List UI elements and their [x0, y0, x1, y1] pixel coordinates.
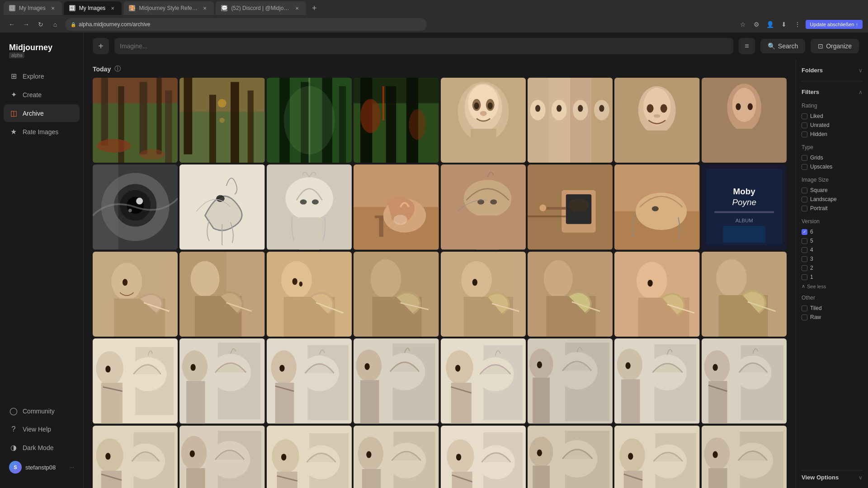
filter-v5[interactable]: 5 — [802, 236, 863, 245]
sidebar-item-dark-mode[interactable]: ◑ Dark Mode — [4, 439, 80, 456]
tab-my-images-1[interactable]: 🖼 My Images ✕ — [4, 1, 62, 15]
filter-liked[interactable]: Liked — [802, 112, 863, 121]
square-checkbox[interactable] — [802, 188, 807, 193]
filter-upscales[interactable]: Upscales — [802, 162, 863, 171]
profile-icon[interactable]: 👤 — [765, 19, 776, 30]
tab-close-1[interactable]: ✕ — [49, 5, 57, 12]
list-item[interactable] — [179, 426, 264, 488]
list-item[interactable] — [702, 426, 787, 488]
filter-square[interactable]: Square — [802, 186, 863, 195]
list-item[interactable] — [354, 252, 439, 337]
unrated-checkbox[interactable] — [802, 122, 807, 128]
hidden-checkbox[interactable] — [802, 131, 807, 137]
filter-v2[interactable]: 2 — [802, 263, 863, 272]
list-item[interactable] — [354, 426, 439, 488]
list-item[interactable] — [93, 78, 178, 163]
url-bar[interactable]: 🔒 alpha.midjourney.com/archive — [65, 18, 427, 31]
list-item[interactable] — [267, 426, 352, 488]
portrait-checkbox[interactable] — [802, 206, 807, 211]
list-item[interactable] — [267, 164, 352, 249]
list-item[interactable] — [179, 78, 264, 163]
v6-checkbox[interactable] — [802, 229, 807, 235]
menu-icon[interactable]: ⋮ — [792, 19, 803, 30]
list-item[interactable] — [354, 78, 439, 163]
grids-checkbox[interactable] — [802, 155, 807, 161]
download-icon[interactable]: ⬇ — [778, 19, 789, 30]
new-tab-button[interactable]: + — [308, 2, 321, 14]
list-item[interactable] — [528, 252, 613, 337]
v4-checkbox[interactable] — [802, 247, 807, 253]
landscape-checkbox[interactable] — [802, 197, 807, 202]
v5-checkbox[interactable] — [802, 238, 807, 244]
update-button[interactable]: Update abschließen ↑ — [806, 20, 863, 29]
list-item[interactable] — [93, 252, 178, 337]
filter-grids[interactable]: Grids — [802, 153, 863, 162]
list-item[interactable] — [179, 338, 264, 423]
organize-button[interactable]: ⊡ Organize — [811, 39, 859, 53]
list-item[interactable] — [179, 164, 264, 249]
list-item[interactable] — [354, 338, 439, 423]
list-item[interactable] — [267, 78, 352, 163]
list-item[interactable] — [93, 426, 178, 488]
tab-close-2[interactable]: ✕ — [109, 5, 116, 12]
extensions-icon[interactable]: ⚙ — [751, 19, 762, 30]
list-item[interactable] — [614, 426, 699, 488]
v3-checkbox[interactable] — [802, 256, 807, 262]
list-item[interactable]: Moby Poyne ALBUM — [702, 164, 787, 249]
sidebar-item-create[interactable]: ✦ Create — [4, 86, 80, 103]
view-options-button[interactable]: View Options ∨ — [802, 470, 863, 483]
user-profile[interactable]: S stefanstp08 ··· — [4, 457, 80, 477]
sidebar-item-view-help[interactable]: ? View Help — [4, 421, 80, 438]
upscales-checkbox[interactable] — [802, 164, 807, 170]
v2-checkbox[interactable] — [802, 265, 807, 271]
list-item[interactable] — [354, 164, 439, 249]
v1-checkbox[interactable] — [802, 274, 807, 280]
list-item[interactable] — [267, 338, 352, 423]
list-item[interactable] — [93, 338, 178, 423]
sidebar-item-archive[interactable]: ◫ Archive — [4, 104, 80, 122]
list-item[interactable] — [441, 338, 526, 423]
reload-button[interactable]: ↻ — [34, 18, 47, 31]
list-item[interactable] — [441, 78, 526, 163]
list-item[interactable] — [614, 164, 699, 249]
filter-raw[interactable]: Raw — [802, 313, 863, 322]
tab-midjourney-style[interactable]: 🎨 Midjourney Style Reference ✕ — [123, 1, 214, 15]
filter-v6[interactable]: 6 — [802, 227, 863, 236]
compose-button[interactable]: + — [93, 38, 109, 54]
list-item[interactable] — [441, 426, 526, 488]
list-item[interactable] — [441, 164, 526, 249]
sidebar-item-rate[interactable]: ★ Rate Images — [4, 123, 80, 141]
list-item[interactable] — [614, 252, 699, 337]
back-button[interactable]: ← — [5, 18, 18, 31]
filter-button[interactable]: ≡ — [739, 38, 755, 54]
list-item[interactable] — [614, 78, 699, 163]
tab-close-4[interactable]: ✕ — [293, 5, 301, 12]
raw-checkbox[interactable] — [802, 314, 807, 320]
home-button[interactable]: ⌂ — [49, 18, 61, 31]
list-item[interactable] — [441, 252, 526, 337]
tab-discord[interactable]: 💬 (52) Discord | @Midjourney Bot ✕ — [216, 1, 306, 15]
filter-landscape[interactable]: Landscape — [802, 195, 863, 204]
liked-checkbox[interactable] — [802, 113, 807, 119]
filter-unrated[interactable]: Unrated — [802, 121, 863, 130]
folders-section-header[interactable]: Folders ∨ — [802, 65, 863, 75]
filters-section-header[interactable]: Filters ∧ — [802, 87, 863, 97]
tab-close-3[interactable]: ✕ — [201, 5, 208, 12]
tab-my-images-2[interactable]: 🖼 My Images ✕ — [64, 1, 122, 15]
list-item[interactable] — [614, 338, 699, 423]
filter-hidden[interactable]: Hidden — [802, 130, 863, 139]
forward-button[interactable]: → — [20, 18, 33, 31]
filter-tiled[interactable]: Tiled — [802, 304, 863, 313]
imagine-input[interactable] — [114, 38, 733, 54]
list-item[interactable] — [93, 164, 178, 249]
section-info-icon[interactable]: ⓘ — [114, 65, 121, 73]
sidebar-item-community[interactable]: ◯ Community — [4, 402, 80, 420]
list-item[interactable] — [528, 338, 613, 423]
filter-v4[interactable]: 4 — [802, 245, 863, 254]
list-item[interactable] — [267, 252, 352, 337]
tiled-checkbox[interactable] — [802, 305, 807, 311]
list-item[interactable] — [702, 252, 787, 337]
search-button[interactable]: 🔍 Search — [760, 39, 805, 53]
filter-portrait[interactable]: Portrait — [802, 204, 863, 213]
list-item[interactable] — [702, 78, 787, 163]
